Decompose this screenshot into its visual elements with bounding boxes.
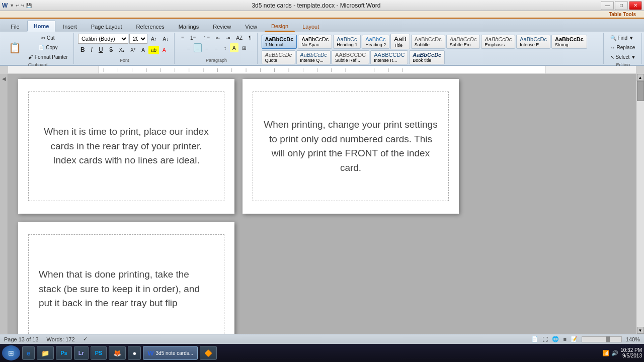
table-tools-header: Table Tools	[0, 11, 644, 19]
close-button[interactable]: ✕	[629, 1, 642, 10]
sort-button[interactable]: AZ	[233, 34, 245, 42]
align-center-button[interactable]: ≡	[194, 43, 202, 52]
scroll-up-button[interactable]: ▲	[637, 74, 644, 81]
view-draft-button[interactable]: 📝	[571, 336, 578, 342]
style-subtle-em[interactable]: AaBbCcDc Subtle Em...	[446, 35, 480, 49]
status-bar: Page 13 of 13 Words: 172 ✓ 📄 ⛶ 🌐 ≡ 📝 140…	[0, 334, 644, 344]
tab-file[interactable]: File	[4, 21, 26, 32]
multilevel-button[interactable]: ⋮≡	[200, 34, 213, 42]
view-print-button[interactable]: 📄	[531, 336, 538, 342]
tab-insert[interactable]: Insert	[56, 21, 84, 32]
numbering-button[interactable]: 1≡	[188, 34, 198, 42]
show-formatting-button[interactable]: ¶	[246, 34, 254, 42]
style-quote[interactable]: AaBbCcDc Quote	[262, 50, 296, 64]
status-right: 📄 ⛶ 🌐 ≡ 📝 140%	[531, 336, 640, 342]
align-left-button[interactable]: ≡	[184, 43, 192, 52]
strikethrough-button[interactable]: S̶	[107, 45, 116, 55]
index-card-2[interactable]: When printing, change your print setting…	[253, 92, 449, 201]
scroll-track[interactable]	[636, 81, 644, 327]
ie-icon: e	[27, 349, 30, 357]
borders-button[interactable]: ⊞	[239, 43, 249, 52]
index-card-3[interactable]: When that is done printing, take the sta…	[28, 234, 224, 334]
left-panel-toggle[interactable]: ◀	[1, 76, 7, 81]
ruler-marks: | | | | | | | | | | | | | | | | | | | | …	[103, 67, 409, 72]
scroll-thumb[interactable]	[637, 81, 644, 101]
tab-mailings[interactable]: Mailings	[172, 21, 205, 32]
tab-home[interactable]: Home	[27, 21, 56, 32]
shading-button[interactable]: A	[230, 43, 238, 52]
style-normal[interactable]: AaBbCcDc 1 Normal	[262, 35, 297, 49]
style-subtle-ref[interactable]: AaBbCcDc Subtle Ref...	[332, 50, 369, 64]
font-color-button[interactable]: A	[160, 46, 169, 54]
copy-button[interactable]: 📄 Copy	[26, 43, 70, 52]
line-spacing-button[interactable]: ↕	[221, 43, 229, 52]
taskbar-word[interactable]: W 3d5 note cards...	[143, 346, 198, 360]
ps-icon: Ps	[60, 350, 67, 356]
date-display: 9/5/2013	[620, 353, 642, 358]
format-painter-button[interactable]: 🖌 Format Painter	[26, 53, 70, 61]
justify-button[interactable]: ≡	[212, 43, 220, 52]
tab-view[interactable]: View	[238, 21, 264, 32]
italic-button[interactable]: I	[89, 45, 95, 55]
tab-review[interactable]: Review	[206, 21, 237, 32]
style-heading2[interactable]: AaBbCc Heading 2	[362, 35, 389, 49]
style-subtitle[interactable]: AaBbCcDc Subtitle	[411, 35, 445, 49]
tab-page-layout[interactable]: Page Layout	[85, 21, 129, 32]
cut-button[interactable]: ✂ Cut	[26, 34, 70, 42]
taskbar-firefox[interactable]: 🦊	[109, 346, 126, 360]
network-icon: 📶	[602, 350, 609, 356]
maximize-button[interactable]: □	[615, 1, 628, 10]
style-intense-em[interactable]: AaBbCcDc Intense E...	[516, 35, 550, 49]
vlc-icon: 🔶	[204, 349, 212, 357]
taskbar-photoshop[interactable]: PS	[91, 346, 107, 360]
index-card-1[interactable]: When it is time to print, place our inde…	[28, 92, 224, 201]
style-heading1[interactable]: AaBbCc Heading 1	[333, 35, 361, 49]
shrink-font-button[interactable]: A↓	[160, 35, 172, 43]
style-intense-quote[interactable]: AaBbCcDc Intense Q...	[296, 50, 331, 64]
subscript-button[interactable]: X₂	[117, 46, 127, 54]
taskbar-vlc[interactable]: 🔶	[200, 346, 217, 360]
grow-font-button[interactable]: A↑	[148, 35, 159, 43]
underline-button[interactable]: U	[96, 45, 106, 55]
superscript-button[interactable]: X²	[128, 46, 138, 54]
style-book-title[interactable]: AaBbCcDc Book title	[409, 50, 445, 64]
ribbon-group-styles: AaBbCcDc 1 Normal AaBbCcDc No Spac... Aa…	[259, 33, 604, 64]
style-no-spacing[interactable]: AaBbCcDc No Spac...	[298, 35, 332, 49]
font-size-select[interactable]: 20	[129, 34, 147, 44]
tab-design[interactable]: Design	[265, 21, 295, 32]
taskbar-ps[interactable]: Ps	[56, 346, 71, 360]
page-card-2: When printing, change your print setting…	[243, 79, 459, 214]
taskbar-ie[interactable]: e	[22, 346, 35, 360]
style-emphasis[interactable]: AaBbCcDc Emphasis	[481, 35, 515, 49]
highlight-button[interactable]: ab	[148, 46, 159, 54]
bold-button[interactable]: B	[78, 45, 88, 55]
style-title[interactable]: AaB Title	[390, 34, 410, 49]
taskbar-lr[interactable]: Lr	[74, 346, 89, 360]
bullets-button[interactable]: ≡	[179, 34, 187, 42]
clipboard-controls: 📋 ✂ Cut 📄 Copy 🖌 Format Painter	[5, 34, 70, 61]
style-intense-ref[interactable]: AaBbCcDc Intense R...	[370, 50, 408, 64]
font-family-select[interactable]: Calibri (Body)	[78, 34, 128, 44]
replace-button[interactable]: ↔ Replace	[608, 43, 637, 52]
select-button[interactable]: ↖ Select ▼	[608, 53, 638, 61]
minimize-button[interactable]: —	[601, 1, 614, 10]
scroll-down-button[interactable]: ▼	[637, 327, 644, 334]
taskbar-explorer[interactable]: 📁	[37, 346, 54, 360]
style-strong[interactable]: AaBbCcDc Strong	[551, 35, 587, 49]
zoom-slider[interactable]	[582, 336, 622, 342]
volume-icon: 🔊	[611, 350, 618, 356]
start-button[interactable]: ⊞	[2, 345, 20, 360]
tab-layout[interactable]: Layout	[296, 21, 326, 32]
tab-references[interactable]: References	[130, 21, 171, 32]
taskbar-chrome[interactable]: ●	[128, 346, 141, 360]
view-web-button[interactable]: 🌐	[552, 336, 559, 342]
increase-indent-button[interactable]: ⇥	[223, 34, 232, 42]
find-button[interactable]: 🔍 Find ▼	[608, 34, 636, 42]
view-outline-button[interactable]: ≡	[563, 336, 566, 342]
decrease-indent-button[interactable]: ⇤	[213, 34, 222, 42]
align-right-button[interactable]: ≡	[203, 43, 211, 52]
ribbon-tabs: File Home Insert Page Layout References …	[0, 19, 644, 32]
view-full-screen-button[interactable]: ⛶	[542, 336, 548, 342]
paste-button[interactable]: 📋	[5, 40, 25, 55]
text-effects-button[interactable]: A	[139, 46, 147, 54]
